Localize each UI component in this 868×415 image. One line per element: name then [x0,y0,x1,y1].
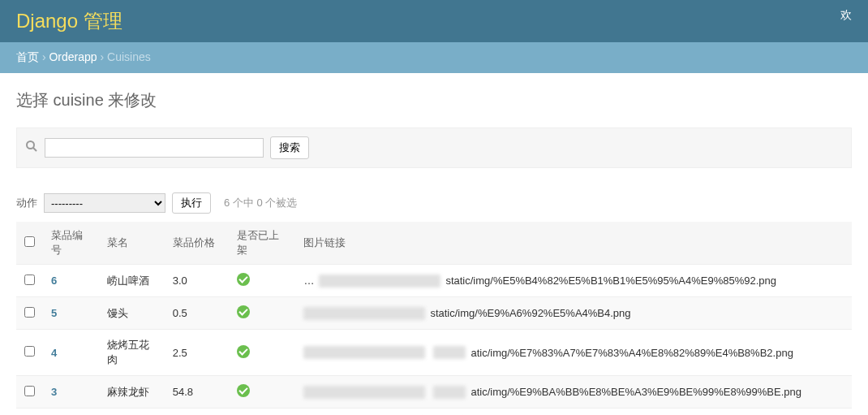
row-img-cell: static/img/%E9%A6%92%E5%A4%B4.png [303,307,844,320]
col-header-price[interactable]: 菜品价格 [165,222,229,265]
row-price: 3.0 [165,265,229,297]
img-path-text: atic/img/%E7%83%A7%E7%83%A4%E8%82%89%E4%… [471,347,793,359]
check-icon [237,305,250,318]
row-checkbox[interactable] [24,386,35,396]
brand-link[interactable]: Django 管理 [16,10,122,32]
col-header-id[interactable]: 菜品编号 [43,222,99,265]
blurred-segment [433,346,466,359]
col-header-img[interactable]: 图片链接 [295,222,852,265]
welcome-text: 欢 [840,8,852,23]
table-header-row: 菜品编号 菜名 菜品价格 是否已上架 图片链接 [16,222,852,265]
table-row: 4烧烤五花肉2.5atic/img/%E7%83%A7%E7%83%A4%E8%… [16,330,852,376]
blurred-segment [303,307,425,320]
breadcrumb: 首页 › Orderapp › Cuisines [0,42,868,73]
breadcrumb-current: Cuisines [107,50,151,63]
blurred-segment [303,346,425,359]
row-id-link[interactable]: 6 [51,275,57,287]
row-id-link[interactable]: 5 [51,307,57,319]
row-name: 崂山啤酒 [99,265,165,297]
search-bar: 搜索 [16,128,852,168]
content: 选择 cuisine 来修改 搜索 动作 --------- 执行 6 个中 0… [0,73,868,415]
actions-bar: 动作 --------- 执行 6 个中 0 个被选 [16,184,852,222]
actions-label: 动作 [16,196,37,210]
svg-point-0 [27,141,34,149]
action-go-button[interactable]: 执行 [172,192,211,214]
page-title: 选择 cuisine 来修改 [16,89,852,111]
blurred-segment [319,275,440,287]
blurred-segment [433,386,466,399]
img-path-text: static/img/%E9%A6%92%E5%A4%B4.png [430,307,630,319]
breadcrumb-app[interactable]: Orderapp [49,50,97,63]
row-id-link[interactable]: 3 [51,386,57,398]
row-name: 烧烤五花肉 [99,330,165,376]
row-checkbox[interactable] [24,307,35,318]
blurred-segment [303,386,425,399]
breadcrumb-sep: › [39,50,49,63]
row-price: 0.5 [165,297,229,330]
row-name: 馒头 [99,297,165,330]
action-select[interactable]: --------- [44,193,165,213]
check-icon [237,384,250,397]
row-id-link[interactable]: 4 [51,347,57,359]
row-img-cell: atic/img/%E7%83%A7%E7%83%A4%E8%82%89%E4%… [303,346,844,359]
row-price: 54.8 [165,376,229,409]
row-price: 2.5 [165,330,229,376]
table-row: 2孜然炒肉45.6atic/img/%E5%AD%9C%E7%84%B6%E7%… [16,409,852,416]
table-row: 5馒头0.5static/img/%E9%A6%92%E5%A4%B4.png [16,297,852,330]
breadcrumb-home[interactable]: 首页 [16,50,39,63]
check-icon [237,345,250,358]
row-img-cell: …static/img/%E5%B4%82%E5%B1%B1%E5%95%A4%… [303,275,844,287]
admin-header: Django 管理 欢 [0,0,868,42]
table-row: 6崂山啤酒3.0…static/img/%E5%B4%82%E5%B1%B1%E… [16,265,852,297]
search-input[interactable] [45,138,264,158]
selection-count: 6 个中 0 个被选 [224,196,297,210]
select-all-checkbox[interactable] [24,236,35,247]
row-checkbox[interactable] [24,275,35,285]
col-header-shelf[interactable]: 是否已上架 [229,222,295,265]
img-path-text: atic/img/%E9%BA%BB%E8%BE%A3%E9%BE%99%E8%… [471,386,801,398]
breadcrumb-sep: › [97,50,107,63]
search-icon [25,140,38,156]
row-checkbox[interactable] [24,346,35,357]
row-img-cell: atic/img/%E9%BA%BB%E8%BE%A3%E9%BE%99%E8%… [303,386,844,399]
svg-line-1 [33,148,37,151]
row-price: 45.6 [165,409,229,416]
check-icon [237,273,250,286]
row-name: 麻辣龙虾 [99,376,165,409]
row-name: 孜然炒肉 [99,409,165,416]
prefix-text: … [303,275,314,287]
results-table: 菜品编号 菜名 菜品价格 是否已上架 图片链接 6崂山啤酒3.0…static/… [16,222,852,415]
table-row: 3麻辣龙虾54.8atic/img/%E9%BA%BB%E8%BE%A3%E9%… [16,376,852,409]
search-button[interactable]: 搜索 [270,136,309,159]
col-header-name[interactable]: 菜名 [99,222,165,265]
img-path-text: static/img/%E5%B4%82%E5%B1%B1%E5%95%A4%E… [445,275,776,287]
